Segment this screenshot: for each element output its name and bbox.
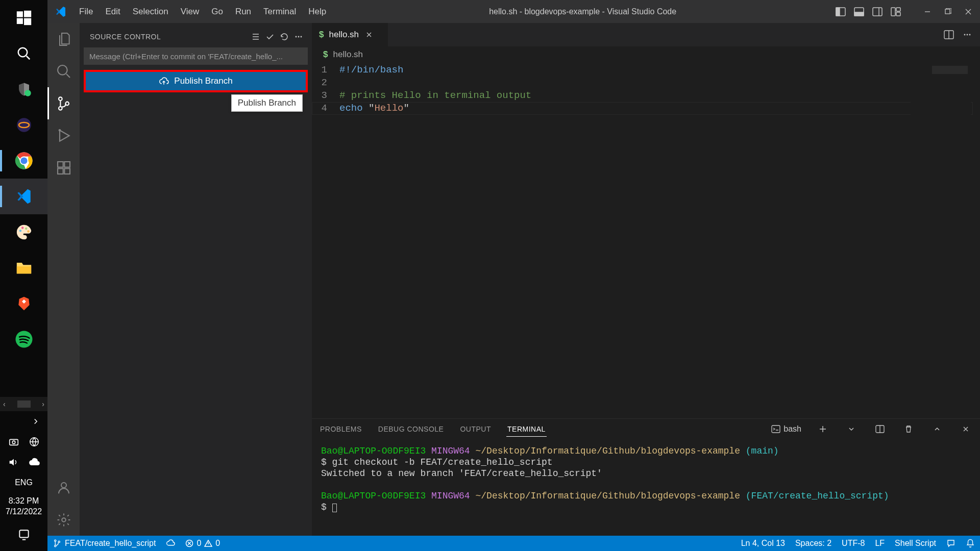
scm-commit-icon[interactable] <box>263 30 277 44</box>
cloud-icon[interactable] <box>28 458 40 467</box>
tab-hello-sh[interactable]: $ hello.sh <box>312 23 388 46</box>
volume-icon[interactable] <box>8 457 19 468</box>
network-icon[interactable] <box>29 436 40 447</box>
window-maximize[interactable] <box>939 0 957 23</box>
line-gutter: 1 2 3 4 <box>312 63 339 418</box>
taskbar-file-explorer[interactable] <box>0 250 47 286</box>
panel-tab-output[interactable]: OUTPUT <box>459 422 492 436</box>
tab-close-icon[interactable] <box>364 30 374 40</box>
activity-run-debug[interactable] <box>47 119 80 152</box>
window-minimize[interactable] <box>919 0 936 23</box>
menu-view[interactable]: View <box>175 7 206 17</box>
account-icon <box>56 480 71 495</box>
notifications-icon[interactable] <box>17 528 31 541</box>
menu-go[interactable]: Go <box>205 7 229 17</box>
chevron-right-icon[interactable] <box>31 417 40 426</box>
activity-settings[interactable] <box>47 504 80 536</box>
kill-terminal-icon[interactable] <box>901 422 916 436</box>
code-editor[interactable]: 1 2 3 4 #!/bin/bash # prints Hello in te… <box>312 63 980 418</box>
publish-branch-tooltip: Publish Branch <box>231 94 303 112</box>
status-encoding[interactable]: UTF-8 <box>837 536 870 551</box>
svg-rect-3 <box>24 18 31 25</box>
menu-edit[interactable]: Edit <box>99 7 126 17</box>
svg-rect-24 <box>873 8 882 16</box>
chrome-icon <box>15 152 33 170</box>
titlebar: File Edit Selection View Go Run Terminal… <box>47 0 980 23</box>
status-problems[interactable]: 0 0 <box>180 536 225 551</box>
status-branch[interactable]: FEAT/create_hello_script <box>47 536 161 551</box>
terminal-shell-selector[interactable]: bash <box>771 424 801 434</box>
layout-customize-icon[interactable] <box>888 0 903 23</box>
status-eol[interactable]: LF <box>870 536 890 551</box>
taskbar-security[interactable] <box>0 71 47 107</box>
editor-more-icon[interactable] <box>960 27 975 42</box>
tray-time[interactable]: 8:32 PM <box>0 496 47 507</box>
split-editor-icon[interactable] <box>941 27 957 42</box>
taskbar-chrome[interactable] <box>0 143 47 179</box>
minimap[interactable] <box>911 63 971 418</box>
scm-more-icon[interactable] <box>291 30 306 44</box>
taskbar-app-eclipse[interactable] <box>0 107 47 143</box>
camera-icon[interactable] <box>8 436 19 447</box>
menu-terminal[interactable]: Terminal <box>257 7 302 17</box>
split-terminal-icon[interactable] <box>873 422 887 436</box>
taskbar-scroll[interactable]: ‹ › <box>0 397 47 411</box>
taskbar-search[interactable] <box>0 36 47 71</box>
svg-point-39 <box>62 518 66 522</box>
status-notifications-icon[interactable] <box>961 536 980 551</box>
panel-tab-terminal[interactable]: TERMINAL <box>506 422 547 437</box>
svg-point-13 <box>24 228 27 230</box>
scroll-right-icon[interactable]: › <box>42 400 44 408</box>
new-terminal-icon[interactable] <box>816 422 830 436</box>
activity-accounts[interactable] <box>47 471 80 504</box>
svg-point-50 <box>55 545 56 547</box>
editor-scrollbar[interactable] <box>971 63 980 418</box>
tray-language[interactable]: ENG <box>0 478 47 488</box>
taskbar-spotify[interactable] <box>0 321 47 357</box>
publish-branch-button[interactable]: Publish Branch <box>86 72 306 90</box>
menu-file[interactable]: File <box>73 7 99 17</box>
status-language[interactable]: Shell Script <box>890 536 941 551</box>
activity-extensions[interactable] <box>47 152 80 184</box>
taskbar-paint[interactable] <box>0 214 47 250</box>
panel-tab-debug-console[interactable]: DEBUG CONSOLE <box>377 422 445 436</box>
maximize-panel-icon[interactable] <box>930 422 944 436</box>
status-spaces[interactable]: Spaces: 2 <box>790 536 837 551</box>
svg-point-17 <box>12 441 15 444</box>
status-bar: FEAT/create_hello_script 0 0 Ln 4, Col 1… <box>47 536 980 551</box>
panel-tab-problems[interactable]: PROBLEMS <box>319 422 363 436</box>
status-feedback-icon[interactable] <box>941 536 961 551</box>
svg-point-44 <box>964 34 966 36</box>
scroll-left-icon[interactable]: ‹ <box>3 400 6 408</box>
commit-message-input[interactable] <box>84 47 308 65</box>
activity-source-control[interactable] <box>47 87 80 119</box>
menu-selection[interactable]: Selection <box>127 7 175 17</box>
menu-help[interactable]: Help <box>302 7 332 17</box>
svg-rect-2 <box>16 18 22 24</box>
activity-search[interactable] <box>47 55 80 87</box>
scm-view-tree-icon[interactable] <box>249 30 263 44</box>
code-content[interactable]: #!/bin/bash # prints Hello in terminal o… <box>339 63 911 418</box>
window-close[interactable] <box>960 0 977 23</box>
svg-rect-19 <box>19 530 28 537</box>
svg-point-42 <box>301 36 302 38</box>
status-sync[interactable] <box>161 536 180 551</box>
scm-refresh-icon[interactable] <box>277 30 291 44</box>
start-button[interactable] <box>0 0 47 36</box>
taskbar-vscode[interactable] <box>0 179 47 214</box>
terminal-output[interactable]: Bao@LAPTOP-O0DF9EI3 MINGW64 ~/Desktop/In… <box>312 439 980 536</box>
taskbar-brave[interactable] <box>0 286 47 321</box>
layout-toggle-left-icon[interactable] <box>833 0 848 23</box>
layout-toggle-right-icon[interactable] <box>870 0 885 23</box>
warning-icon <box>204 539 212 547</box>
menu-run[interactable]: Run <box>229 7 257 17</box>
system-tray: ‹ › ENG 8:32 PM 7/12/2022 <box>0 397 47 551</box>
tray-date[interactable]: 7/12/2022 <box>0 507 47 517</box>
breadcrumb[interactable]: $ hello.sh <box>312 46 980 63</box>
terminal-dropdown-icon[interactable] <box>844 422 859 436</box>
status-ln-col[interactable]: Ln 4, Col 13 <box>736 536 790 551</box>
close-panel-icon[interactable] <box>959 422 973 436</box>
sidebar-title: SOURCE CONTROL <box>90 33 249 41</box>
activity-explorer[interactable] <box>47 23 80 55</box>
layout-toggle-bottom-icon[interactable] <box>851 0 867 23</box>
